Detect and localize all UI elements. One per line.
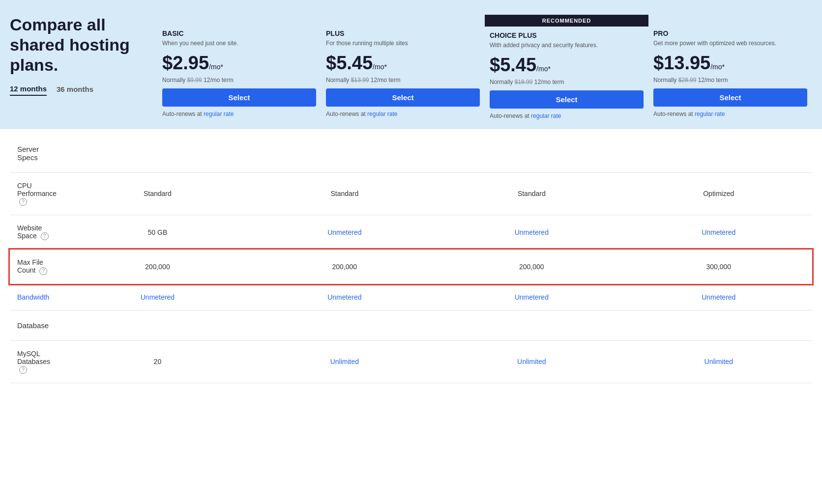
plan-pro-amount: $13.95 <box>653 53 710 73</box>
plan-choiceplus-desc: With added privacy and security features… <box>490 41 644 50</box>
feature-mysql-label: MySQL Databases <box>17 350 50 365</box>
plan-choiceplus-amount: $5.45 <box>490 55 536 75</box>
cpu-plus-value: Standard <box>251 172 438 215</box>
row-website-space: Website Space ? 50 GB Unmetered Unmetere… <box>10 215 812 250</box>
plan-basic-unit: /mo* <box>209 63 223 71</box>
row-mysql-databases: MySQL Databases ? 20 Unlimited Unlimited… <box>10 340 812 383</box>
plan-choiceplus: RECOMMENDED CHOICE PLUS With added priva… <box>485 15 648 119</box>
feature-bandwidth-label[interactable]: Bandwidth <box>17 293 49 301</box>
space-pro-value: Unmetered <box>625 215 812 250</box>
plan-plus-normal: Normally $13.99 12/mo term <box>326 77 480 84</box>
row-bandwidth: Bandwidth Unmetered Unmetered Unmetered … <box>10 284 812 310</box>
section-label-server-specs: Server Specs <box>10 134 64 173</box>
plan-basic-autorenew: Auto-renews at regular rate <box>162 111 316 117</box>
plan-basic-desc: When you need just one site. <box>162 39 316 48</box>
bandwidth-choiceplus-value: Unmetered <box>438 284 625 310</box>
feature-space-label: Website Space <box>17 224 42 240</box>
plan-basic-amount: $2.95 <box>162 53 209 73</box>
section-label-database: Database <box>10 310 64 340</box>
plan-choiceplus-autorenew: Auto-renews at regular rate <box>490 112 644 119</box>
space-plus-value: Unmetered <box>251 215 438 250</box>
bandwidth-pro-value: Unmetered <box>625 284 812 310</box>
header-title-col: Compare all shared hosting plans. 12 mon… <box>10 15 157 119</box>
plan-plus-amount: $5.45 <box>326 53 373 73</box>
section-header-server-specs: Server Specs <box>10 134 812 173</box>
plan-pro-price: $13.95/mo* <box>653 53 807 74</box>
plan-choiceplus-price: $5.45/mo* <box>490 55 644 76</box>
cpu-choiceplus-value: Standard <box>438 172 625 215</box>
header-section: Compare all shared hosting plans. 12 mon… <box>0 0 822 129</box>
plan-pro: PRO Get more power with optimized web re… <box>648 15 812 119</box>
row-max-file-count: Max File Count ? 200,000 200,000 200,000… <box>10 250 812 284</box>
space-info-icon[interactable]: ? <box>41 232 49 240</box>
filecount-choiceplus-value: 200,000 <box>438 250 625 284</box>
plan-pro-name: PRO <box>653 29 807 37</box>
plan-pro-normal: Normally $28.99 12/mo term <box>653 77 807 84</box>
row-cpu-performance: CPU Performance ? Standard Standard Stan… <box>10 172 812 215</box>
bandwidth-plus-value: Unmetered <box>251 284 438 310</box>
plan-plus-desc: For those running multiple sites <box>326 39 480 48</box>
select-pro-button[interactable]: Select <box>653 88 807 107</box>
mysql-pro-value: Unlimited <box>625 340 812 383</box>
mysql-plus-value: Unlimited <box>251 340 438 383</box>
plan-plus-name: PLUS <box>326 29 480 37</box>
tab-12months[interactable]: 12 months <box>10 84 47 96</box>
comparison-table: Server Specs CPU Performance ? Standard … <box>10 134 812 383</box>
filecount-basic-value: 200,000 <box>64 250 251 284</box>
plan-basic-price: $2.95/mo* <box>162 53 316 74</box>
plan-basic-normal: Normally $9.99 12/mo term <box>162 77 316 84</box>
plan-choiceplus-name: CHOICE PLUS <box>490 31 644 39</box>
select-choiceplus-button[interactable]: Select <box>490 90 644 109</box>
filecount-info-icon[interactable]: ? <box>39 267 47 275</box>
term-tabs: 12 months 36 months <box>10 84 147 96</box>
filecount-plus-value: 200,000 <box>251 250 438 284</box>
plan-plus-unit: /mo* <box>373 63 387 71</box>
plan-basic: BASIC When you need just one site. $2.95… <box>157 15 321 119</box>
plan-plus-autorenew: Auto-renews at regular rate <box>326 111 480 117</box>
comparison-table-wrapper: Server Specs CPU Performance ? Standard … <box>0 134 822 383</box>
basic-autorenew-link[interactable]: regular rate <box>204 111 234 117</box>
plan-pro-unit: /mo* <box>710 63 725 71</box>
recommended-badge: RECOMMENDED <box>485 15 648 27</box>
plus-autorenew-link[interactable]: regular rate <box>367 111 397 117</box>
cpu-basic-value: Standard <box>64 172 251 215</box>
select-plus-button[interactable]: Select <box>326 88 480 107</box>
choiceplus-autorenew-link[interactable]: regular rate <box>531 112 561 119</box>
filecount-pro-value: 300,000 <box>625 250 812 284</box>
tab-36months[interactable]: 36 months <box>57 85 93 95</box>
feature-cpu-label: CPU Performance <box>17 182 57 197</box>
plan-basic-name: BASIC <box>162 29 316 37</box>
plan-plus: PLUS For those running multiple sites $5… <box>321 15 485 119</box>
bandwidth-basic-value: Unmetered <box>64 284 251 310</box>
plan-pro-desc: Get more power with optimized web resour… <box>653 39 807 48</box>
mysql-basic-value: 20 <box>64 340 251 383</box>
mysql-info-icon[interactable]: ? <box>19 366 27 374</box>
section-header-database: Database <box>10 310 812 340</box>
pro-autorenew-link[interactable]: regular rate <box>695 111 725 117</box>
plan-pro-autorenew: Auto-renews at regular rate <box>653 111 807 117</box>
cpu-info-icon[interactable]: ? <box>19 198 27 206</box>
plan-choiceplus-unit: /mo* <box>536 65 551 73</box>
mysql-choiceplus-value: Unlimited <box>438 340 625 383</box>
space-choiceplus-value: Unmetered <box>438 215 625 250</box>
cpu-pro-value: Optimized <box>625 172 812 215</box>
space-basic-value: 50 GB <box>64 215 251 250</box>
page-title: Compare all shared hosting plans. <box>10 15 147 75</box>
select-basic-button[interactable]: Select <box>162 88 316 107</box>
plan-plus-price: $5.45/mo* <box>326 53 480 74</box>
plan-choiceplus-normal: Normally $18.99 12/mo term <box>490 79 644 85</box>
